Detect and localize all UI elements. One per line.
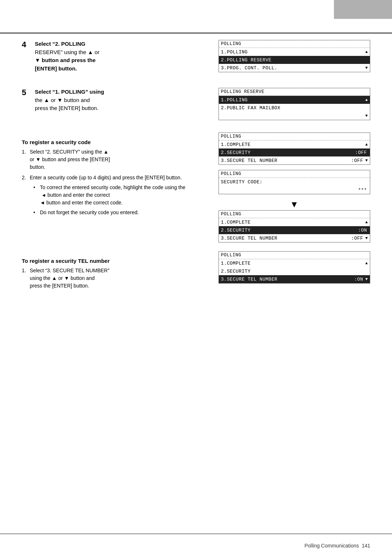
bottom-rule: [0, 534, 392, 534]
lcd1-row1-text: 1.POLLING: [221, 49, 364, 55]
lcd6-row2-text: 2.SECURITY: [221, 269, 368, 274]
security-code-item2: 2. Enter a security code (up to 4 digits…: [22, 174, 208, 219]
footer-label: Polling Communications: [305, 543, 359, 549]
lcd2-row2-text: 2.PUBLIC FAX MAILBOX: [221, 105, 368, 111]
lcd3-row1-arrow: ▲: [365, 142, 368, 147]
lcd1-box: POLLING 1.POLLING ▲ 2.POLLING RESERVE 3.…: [219, 40, 371, 72]
lcd5-row2-value: :ON: [358, 228, 367, 233]
lcd6-row3-text: 3.SECURE TEL NUMBER: [221, 277, 354, 282]
bullet-list: To correct the entered security code, hi…: [30, 184, 208, 216]
lcd6-row3: 3.SECURE TEL NUMBER :ON ▼: [219, 275, 370, 283]
bullet-item1: To correct the entered security code, hi…: [33, 184, 208, 207]
security-code-section: To register a security code 1. Select “2…: [22, 133, 370, 248]
lcd5-row1-arrow: ▲: [365, 220, 368, 224]
security-code-left: To register a security code 1. Select “2…: [22, 133, 208, 248]
item1-text: Select “2. SECURITY” using the ▲ or ▼ bu…: [30, 148, 208, 171]
item2-num: 2.: [22, 174, 28, 219]
lcd6-row1-text: 1.COMPLETE: [221, 261, 364, 266]
item1-num: 1.: [22, 148, 28, 171]
lcd5-box: POLLING 1.COMPLETE ▲ 2.SECURITY :ON 3.SE…: [219, 210, 371, 243]
security-tel-right: POLLING 1.COMPLETE ▲ 2.SECURITY 3.SECURE…: [219, 251, 371, 293]
security-tel-item1: 1. Select “3. SECURE TEL NUMBER” using t…: [22, 267, 208, 290]
security-tel-list: 1. Select “3. SECURE TEL NUMBER” using t…: [22, 267, 208, 290]
lcd4-row2-value: ***: [358, 187, 367, 193]
lcd1-title: POLLING: [219, 40, 370, 48]
lcd1-row2: 2.POLLING RESERVE: [219, 56, 370, 64]
lcd4-box: POLLING SECURITY CODE: ***: [219, 170, 371, 194]
lcd1-row3: 3.PROG. CONT. POLL. ▼: [219, 64, 370, 72]
lcd5-row1-text: 1.COMPLETE: [221, 220, 364, 225]
lcd3-row2: 2.SECURITY :OFF: [219, 148, 370, 156]
lcd3-row3: 3.SECURE TEL NUMBER :OFF ▼: [219, 156, 370, 164]
lcd2-row2: 2.PUBLIC FAX MAILBOX: [219, 104, 370, 112]
lcd3-row2-text: 2.SECURITY: [221, 150, 355, 155]
lcd2-row3-arrow: ▼: [365, 114, 368, 118]
lcd2-title: POLLING RESERVE: [219, 88, 370, 96]
lcd4-row1-text: SECURITY CODE:: [221, 179, 368, 185]
lcd2-box: POLLING RESERVE 1.POLLING ▲ 2.PUBLIC FAX…: [219, 88, 371, 120]
step4-section: 4 Select “2. POLLING RESERVE” using the …: [22, 40, 370, 81]
security-code-header: To register a security code: [22, 139, 208, 145]
security-tel-left: To register a security TEL number 1. Sel…: [22, 251, 208, 293]
lcd3-row2-value: :OFF: [355, 150, 367, 155]
step4-text: Select “2. POLLING RESERVE” using the ▲ …: [35, 40, 99, 73]
lcd2-row1-arrow: ▲: [365, 98, 368, 102]
top-gray-bar: [334, 0, 392, 19]
lcd2-row1-text: 1.POLLING: [221, 97, 364, 103]
lcd3-row1-text: 1.COMPLETE: [221, 142, 364, 147]
lcd2-row3: ▼: [219, 112, 370, 120]
step5-line2: the ▲ or ▼ button and: [35, 97, 90, 103]
step4-left: 4 Select “2. POLLING RESERVE” using the …: [22, 40, 208, 81]
lcd4-row2: ***: [219, 186, 370, 194]
security-tel-header: To register a security TEL number: [22, 258, 208, 264]
lcd6-row1: 1.COMPLETE ▲: [219, 259, 370, 267]
lcd5-row2: 2.SECURITY :ON: [219, 226, 370, 234]
lcd6-box: POLLING 1.COMPLETE ▲ 2.SECURITY 3.SECURE…: [219, 251, 371, 284]
step5-left: 5 Select “1. POLLING” using the ▲ or ▼ b…: [22, 88, 208, 125]
step5-right: POLLING RESERVE 1.POLLING ▲ 2.PUBLIC FAX…: [219, 88, 371, 125]
security-code-list: 1. Select “2. SECURITY” using the ▲ or ▼…: [22, 148, 208, 219]
lcd4-row1: SECURITY CODE:: [219, 178, 370, 186]
footer: Polling Communications 141: [22, 543, 370, 549]
lcd5-row1: 1.COMPLETE ▲: [219, 218, 370, 226]
lcd5-title: POLLING: [219, 211, 370, 218]
lcd5-row2-text: 2.SECURITY: [221, 228, 358, 233]
bullet2-text: Do not forget the security code you ente…: [40, 209, 139, 216]
lcd6-row3-arrow: ▼: [365, 277, 368, 281]
top-rule: [0, 33, 392, 33]
down-arrow-icon: ▼: [219, 199, 371, 209]
lcd5-row3-arrow: ▼: [365, 236, 368, 240]
lcd3-row1: 1.COMPLETE ▲: [219, 140, 370, 148]
step5-number: 5: [22, 88, 32, 113]
lcd1-row1-arrow: ▲: [365, 50, 368, 54]
step5-text: Select “1. POLLING” using the ▲ or ▼ but…: [35, 88, 104, 113]
lcd3-row3-arrow: ▼: [365, 158, 368, 163]
step4-line1: Select “2. POLLING: [35, 41, 85, 47]
lcd3-box: POLLING 1.COMPLETE ▲ 2.SECURITY :OFF 3.S…: [219, 133, 371, 165]
step5-block: 5 Select “1. POLLING” using the ▲ or ▼ b…: [22, 88, 208, 113]
security-code-right: POLLING 1.COMPLETE ▲ 2.SECURITY :OFF 3.S…: [219, 133, 371, 248]
lcd6-row2: 2.SECURITY: [219, 267, 370, 275]
step4-line4: [ENTER] button.: [35, 65, 77, 72]
step5-section: 5 Select “1. POLLING” using the ▲ or ▼ b…: [22, 88, 370, 125]
lcd6-row3-value: :ON: [354, 277, 363, 282]
lcd1-row3-text: 3.PROG. CONT. POLL.: [221, 65, 364, 71]
step4-line2: RESERVE” using the ▲ or: [35, 49, 99, 55]
item2-text: Enter a security code (up to 4 digits) a…: [30, 174, 208, 219]
step4-block: 4 Select “2. POLLING RESERVE” using the …: [22, 40, 208, 73]
step4-right: POLLING 1.POLLING ▲ 2.POLLING RESERVE 3.…: [219, 40, 371, 81]
step5-line1: Select “1. POLLING” using: [35, 89, 104, 95]
lcd1-row2-text: 2.POLLING RESERVE: [221, 57, 368, 63]
tel-item1-num: 1.: [22, 267, 28, 290]
bullet-item2: Do not forget the security code you ente…: [33, 209, 208, 216]
footer-page-number: 141: [362, 543, 370, 549]
lcd6-row1-arrow: ▲: [365, 261, 368, 265]
lcd3-row3-value: :OFF: [351, 158, 363, 163]
lcd3-title: POLLING: [219, 133, 370, 140]
bullet1-text: To correct the entered security code, hi…: [40, 184, 185, 207]
main-content: 4 Select “2. POLLING RESERVE” using the …: [22, 40, 370, 529]
lcd5-row3-text: 3.SECURE TEL NUMBER: [221, 236, 351, 241]
security-code-item1: 1. Select “2. SECURITY” using the ▲ or ▼…: [22, 148, 208, 171]
lcd2-row1: 1.POLLING ▲: [219, 96, 370, 104]
step4-number: 4: [22, 40, 32, 73]
